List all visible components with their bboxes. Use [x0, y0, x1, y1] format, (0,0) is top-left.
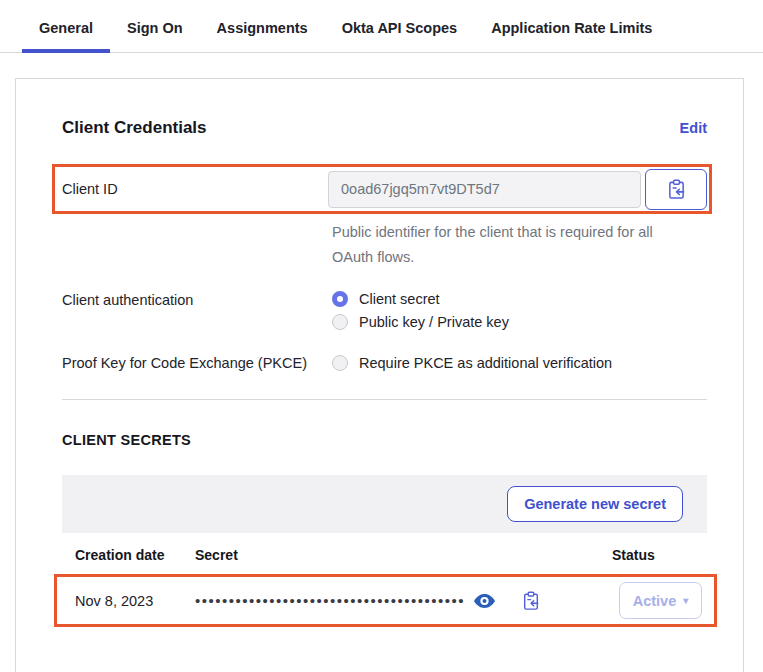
- status-dropdown-button[interactable]: Active ▾: [619, 582, 702, 619]
- client-id-input-group: 0oad67jgq5m7vt9DT5d7: [328, 169, 707, 210]
- masked-secret-value: ••••••••••••••••••••••••••••••••••••••••: [195, 593, 465, 608]
- radio-client-secret-label: Client secret: [359, 291, 440, 307]
- client-credentials-header: Client Credentials Edit: [62, 118, 707, 138]
- header-status: Status: [612, 547, 707, 563]
- radio-public-private-key[interactable]: Public key / Private key: [332, 314, 509, 330]
- radio-public-private-key-label: Public key / Private key: [359, 314, 509, 330]
- section-divider: [62, 399, 707, 400]
- client-id-value-field[interactable]: 0oad67jgq5m7vt9DT5d7: [328, 171, 641, 208]
- pkce-option-label: Require PKCE as additional verification: [359, 355, 612, 371]
- edit-link[interactable]: Edit: [680, 120, 707, 136]
- client-secrets-toolbar: Generate new secret: [62, 475, 707, 533]
- tab-application-rate-limits[interactable]: Application Rate Limits: [474, 14, 669, 53]
- generate-new-secret-button[interactable]: Generate new secret: [507, 486, 683, 522]
- client-id-help-text: Public identifier for the client that is…: [332, 220, 662, 270]
- tab-sign-on[interactable]: Sign On: [110, 14, 200, 53]
- general-settings-card: Client Credentials Edit Client ID 0oad67…: [15, 78, 744, 672]
- clipboard-copy-icon: [667, 179, 686, 200]
- header-secret: Secret: [195, 547, 612, 563]
- tab-assignments[interactable]: Assignments: [200, 14, 325, 53]
- app-tab-bar: General Sign On Assignments Okta API Sco…: [0, 0, 763, 53]
- client-authentication-label: Client authentication: [62, 291, 332, 330]
- pkce-label: Proof Key for Code Exchange (PKCE): [62, 354, 332, 371]
- tab-general[interactable]: General: [22, 14, 110, 53]
- chevron-down-icon: ▾: [683, 596, 688, 606]
- radio-selected-icon[interactable]: [332, 291, 348, 307]
- pkce-row: Proof Key for Code Exchange (PKCE) Requi…: [62, 354, 707, 371]
- client-id-highlight-box: Client ID 0oad67jgq5m7vt9DT5d7: [52, 164, 712, 214]
- secrets-table-header: Creation date Secret Status: [62, 533, 707, 575]
- copy-secret-button[interactable]: [522, 591, 540, 611]
- client-id-label: Client ID: [62, 181, 328, 197]
- tab-okta-api-scopes[interactable]: Okta API Scopes: [325, 14, 475, 53]
- header-creation-date: Creation date: [75, 547, 195, 563]
- copy-client-id-button[interactable]: [645, 169, 707, 210]
- client-authentication-row: Client authentication Client secret Publ…: [62, 291, 707, 330]
- pkce-checkbox-option[interactable]: Require PKCE as additional verification: [332, 354, 612, 371]
- clipboard-copy-icon: [522, 591, 540, 611]
- status-label: Active: [633, 593, 677, 609]
- eye-icon: [474, 594, 495, 608]
- secret-row-highlight-box: Nov 8, 2023 ••••••••••••••••••••••••••••…: [54, 574, 717, 627]
- client-secrets-title: CLIENT SECRETS: [62, 432, 707, 448]
- client-credentials-title: Client Credentials: [62, 118, 207, 138]
- secret-creation-date: Nov 8, 2023: [75, 593, 195, 609]
- reveal-secret-button[interactable]: [474, 594, 495, 608]
- secret-masked-cell: ••••••••••••••••••••••••••••••••••••••••: [195, 591, 540, 611]
- checkbox-unchecked-icon[interactable]: [332, 355, 348, 371]
- radio-unselected-icon[interactable]: [332, 314, 348, 330]
- radio-client-secret[interactable]: Client secret: [332, 291, 509, 307]
